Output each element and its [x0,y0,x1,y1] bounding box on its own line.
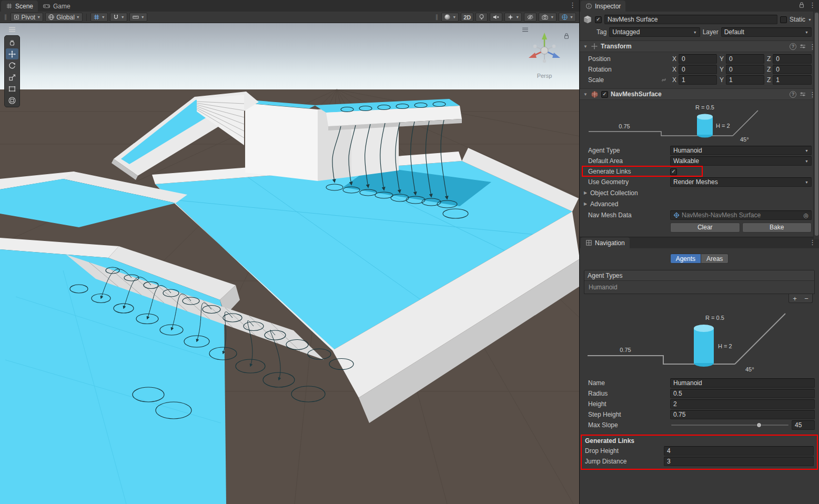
drop-height-field[interactable]: 4 [664,446,814,456]
camera-settings-dropdown[interactable]: ▼ [539,13,557,22]
bake-button[interactable]: Bake [742,223,812,233]
slider-handle[interactable] [756,422,762,428]
scale-z-field[interactable]: 1 [773,75,812,85]
advanced-foldout[interactable]: ▶ Advanced [580,198,819,209]
tab-areas[interactable]: Areas [701,254,729,264]
pivot-dropdown[interactable]: Pivot▼ [11,13,44,22]
transform-icon [8,96,16,105]
jump-distance-field[interactable]: 3 [664,457,814,466]
agent-radius-row: Radius 0.5 [580,388,819,399]
dropdown-arrow-icon: ▼ [570,15,573,19]
effects-dropdown[interactable]: ▼ [504,13,522,22]
navmeshsurface-header[interactable]: ▼ ✓ NavMeshSurface ? ⋮ [580,88,819,100]
scene-tab-label: Scene [15,3,33,10]
gizmos-dropdown[interactable]: ▼ [559,13,576,22]
scene-visibility-toggle[interactable] [524,13,537,22]
agent-type-dropdown[interactable]: Humanoid▼ [670,146,812,155]
grid-snap-dropdown[interactable]: ▼ [129,13,147,22]
inspector-menu-icon[interactable]: ⋮ [809,2,816,8]
max-slope-field[interactable]: 45 [792,420,815,430]
object-collection-foldout[interactable]: ▶ Object Collection [580,187,819,198]
agent-step-height-field[interactable]: 0.75 [670,410,815,419]
magnet-icon [113,14,119,21]
info-icon [585,3,592,9]
perspective-label[interactable]: Persp [518,73,571,79]
tab-navigation[interactable]: Navigation [581,237,630,248]
scale-x-field[interactable]: 1 [679,75,717,85]
shaded-sphere-icon [444,14,451,21]
help-icon[interactable]: ? [790,91,796,98]
foldout-icon[interactable]: ▼ [583,92,588,97]
tag-dropdown[interactable]: Untagged▼ [609,27,700,37]
help-icon[interactable]: ? [790,43,796,50]
tab-inspector[interactable]: Inspector [581,1,625,12]
gameobject-header: ✓ NavMesh Surface Static ▼ Tag Untagged▼… [580,12,819,41]
gameobject-active-checkbox[interactable]: ✓ [595,16,602,23]
move-tool-button[interactable] [6,48,18,59]
scale-tool-button[interactable] [6,72,18,83]
audio-toggle[interactable] [490,13,502,22]
toolbar-drag-handle-icon[interactable]: ∥ [4,14,7,21]
hand-tool-button[interactable] [6,37,18,48]
navigation-menu-icon[interactable]: ⋮ [809,239,816,246]
generate-links-checkbox[interactable]: ✓ [670,168,677,175]
transform-header[interactable]: ▼ Transform ? ⋮ [580,41,819,52]
constrain-proportions-icon[interactable] [661,77,667,83]
tab-agents[interactable]: Agents [670,254,701,264]
object-picker-icon[interactable]: ◎ [803,212,808,219]
rotate-tool-button[interactable] [6,60,18,71]
default-area-dropdown[interactable]: Walkable▼ [670,156,812,166]
foldout-icon[interactable]: ▼ [583,44,588,49]
scene-viewport[interactable]: Persp [0,23,579,504]
rotation-x-field[interactable]: 0 [679,65,717,74]
static-dropdown-arrow-icon[interactable]: ▼ [808,18,812,22]
add-agent-type-button[interactable]: + [789,294,801,303]
effects-star-icon [507,14,514,21]
global-dropdown[interactable]: Global▼ [45,13,83,22]
scene-pane-menu-icon[interactable]: ⋮ [569,2,576,8]
rotation-row: Rotation X0 Y0 Z0 [580,64,819,75]
presets-icon[interactable] [799,90,806,98]
max-slope-slider[interactable] [671,420,788,430]
scene-orientation-gizmo[interactable]: Persp [518,26,571,79]
scene-render[interactable] [0,23,579,504]
tools-overlay-menu[interactable] [8,25,16,34]
lock-icon[interactable] [798,2,805,8]
lighting-toggle[interactable] [476,13,488,22]
drop-height-row: Drop Height 4 [582,446,815,456]
toolbar-drag-handle-icon[interactable]: ∥ [436,14,439,21]
nav-mesh-data-object-field[interactable]: NavMesh-NavMesh Surface ◎ [670,210,812,220]
tab-game[interactable]: Game [38,1,75,12]
agent-name-field[interactable]: Humanoid [670,378,815,388]
agent-radius-field[interactable]: 0.5 [670,389,815,398]
move-icon [8,50,16,58]
navmeshsurface-title: NavMeshSurface [611,90,662,98]
rect-tool-button[interactable] [6,83,18,94]
static-checkbox[interactable] [780,16,787,23]
dropdown-arrow-icon: ▼ [141,15,145,19]
grid-visibility-dropdown[interactable]: ▼ [90,13,108,22]
remove-agent-type-button[interactable]: − [801,294,812,303]
agent-height-field[interactable]: 2 [670,399,815,409]
2d-toggle[interactable]: 2D [461,13,473,22]
snap-settings-dropdown[interactable]: ▼ [110,13,127,22]
rotation-y-field[interactable]: 0 [726,65,764,74]
tab-scene[interactable]: Scene [1,1,38,12]
position-y-field[interactable]: 0 [726,54,764,64]
layer-dropdown[interactable]: Default▼ [721,27,812,37]
navmeshsurface-enabled-checkbox[interactable]: ✓ [601,91,608,98]
rotation-z-field[interactable]: 0 [773,65,812,74]
generate-links-row: Generate Links ✓ [580,166,819,177]
position-x-field[interactable]: 0 [679,54,717,64]
scrollbar-thumb[interactable] [815,13,818,236]
clear-button[interactable]: Clear [670,223,740,233]
position-z-field[interactable]: 0 [773,54,812,64]
use-geometry-dropdown[interactable]: Render Meshes▼ [670,177,812,187]
agent-type-item-humanoid[interactable]: Humanoid [584,281,814,294]
render-mode-dropdown[interactable]: ▼ [441,13,459,22]
transform-tool-button[interactable] [6,95,18,106]
inspector-scrollbar[interactable] [813,12,819,239]
presets-icon[interactable] [799,43,806,50]
gameobject-name-field[interactable]: NavMesh Surface [604,15,777,24]
scale-y-field[interactable]: 1 [726,75,764,85]
